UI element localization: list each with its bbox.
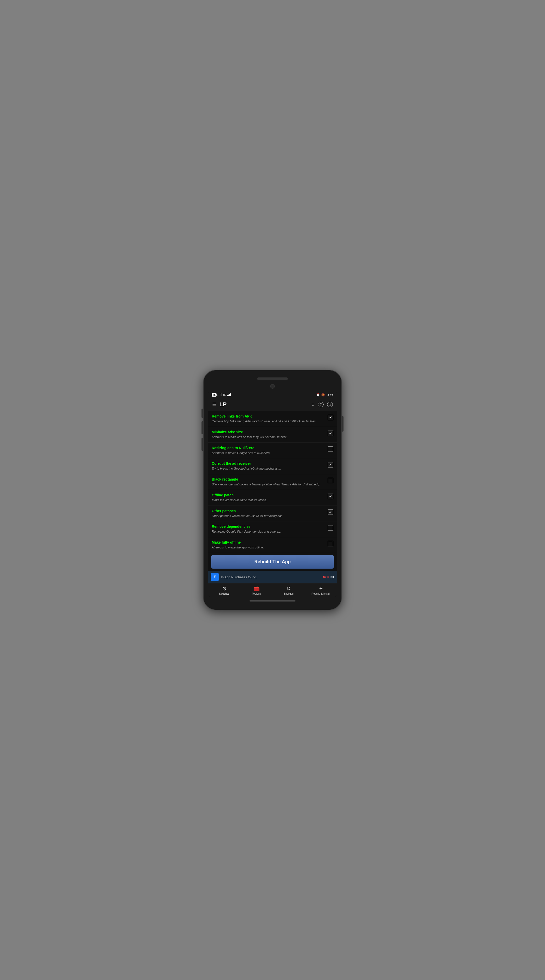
notif-text: In App Purchases found. <box>221 575 321 579</box>
option-text-remove-links: Remove links from APK Remove http links … <box>212 414 325 424</box>
camera <box>270 384 275 389</box>
option-text-remove-dependencies: Remove dependencies Removing Google Play… <box>212 525 325 534</box>
power-button[interactable] <box>342 416 344 431</box>
option-title-resize-null: Resizing ads to Null/Zero <box>212 446 325 450</box>
notification-bar: f In App Purchases found. New INT <box>208 571 337 583</box>
options-list: Remove links from APK Remove http links … <box>208 411 337 553</box>
alarm-icon: ⏰ <box>316 393 320 396</box>
option-desc-corrupt-receiver: Try to break the Google Ads' obtaining m… <box>212 466 325 471</box>
nav-label-backups: Backups <box>284 592 293 595</box>
bottom-nav: ⊙ Switches 🧰 Toolbox ↺ Backups ✦ Rebuild… <box>208 583 337 597</box>
home-indicator[interactable] <box>250 600 295 601</box>
option-title-make-offline: Make fully offline <box>212 540 325 544</box>
nav-label-switches: Switches <box>219 592 229 595</box>
option-row-corrupt-receiver[interactable]: Corrupt the ad receiver Try to break the… <box>208 458 337 474</box>
option-row-make-offline[interactable]: Make fully offline Attempts to make the … <box>208 537 337 553</box>
option-title-black-rectangle: Black rectangle <box>212 477 325 481</box>
nav-item-toolbox[interactable]: 🧰 Toolbox <box>240 585 272 595</box>
option-desc-other-patches: Other patches which can be useful for re… <box>212 514 325 518</box>
option-row-other-patches[interactable]: Other patches Other patches which can be… <box>208 506 337 522</box>
notification-off-icon: 🔕 <box>321 393 325 396</box>
signal-bars <box>218 393 222 396</box>
option-desc-black-rectangle: Black rectangle that covers a banner (vi… <box>212 482 325 487</box>
option-desc-remove-dependencies: Removing Google Play dependencies and ot… <box>212 530 325 534</box>
signal-bar-7 <box>229 394 230 396</box>
app-bar-icons: ⌕ ? ℹ <box>312 402 333 407</box>
rebuild-button[interactable]: Rebuild The App <box>211 555 334 569</box>
option-row-remove-links[interactable]: Remove links from APK Remove http links … <box>208 411 337 427</box>
option-row-offline-patch[interactable]: Offline patch Make the ad module think t… <box>208 490 337 506</box>
option-desc-make-offline: Attempts to make the app work offline. <box>212 546 325 550</box>
notif-badges: New INT <box>323 576 334 579</box>
app-title: LP <box>219 401 226 408</box>
option-desc-resize-null: Attempts to resize Google Ads to Null/Ze… <box>212 451 325 455</box>
phone-screen: 86 4G ⏰ 🔕 ۱۳:۴۳ <box>208 392 337 597</box>
phone-device: 86 4G ⏰ 🔕 ۱۳:۴۳ <box>204 370 341 610</box>
nav-item-switches[interactable]: ⊙ Switches <box>208 585 240 595</box>
app-bar: ☰ LP ⌕ ? ℹ <box>208 398 337 411</box>
option-text-minimize-ads: Minimize ads' Size Attempts to resize ad… <box>212 430 325 439</box>
nav-icon-rebuild-install: ✦ <box>319 585 323 592</box>
checkbox-remove-dependencies[interactable] <box>328 525 333 531</box>
nav-icon-switches: ⊙ <box>222 585 226 592</box>
signal-bar-4 <box>221 393 222 396</box>
badge-int: INT <box>330 576 334 579</box>
checkbox-remove-links[interactable] <box>328 415 333 420</box>
option-title-minimize-ads: Minimize ads' Size <box>212 430 325 434</box>
signal-bar-6 <box>228 395 229 396</box>
signal-bars-2 <box>227 393 231 396</box>
checkbox-make-offline[interactable] <box>328 541 333 546</box>
status-bar: 86 4G ⏰ 🔕 ۱۳:۴۳ <box>208 392 337 398</box>
signal-bar-5 <box>227 395 228 396</box>
option-row-resize-null[interactable]: Resizing ads to Null/Zero Attempts to re… <box>208 443 337 458</box>
network-type: 4G <box>222 393 226 396</box>
option-text-make-offline: Make fully offline Attempts to make the … <box>212 540 325 550</box>
option-title-remove-links: Remove links from APK <box>212 414 325 418</box>
option-desc-offline-patch: Make the ad module think that it's offli… <box>212 498 325 503</box>
signal-bar-1 <box>218 395 218 396</box>
option-text-other-patches: Other patches Other patches which can be… <box>212 509 325 518</box>
signal-bar-3 <box>220 394 220 396</box>
menu-icon[interactable]: ☰ <box>212 402 216 407</box>
signal-bar-2 <box>218 395 219 396</box>
option-row-black-rectangle[interactable]: Black rectangle Black rectangle that cov… <box>208 474 337 490</box>
app-bar-left: ☰ LP <box>212 401 226 408</box>
option-desc-remove-links: Remove http links using AdsBlockList_use… <box>212 419 325 424</box>
option-row-remove-dependencies[interactable]: Remove dependencies Removing Google Play… <box>208 522 337 537</box>
checkbox-minimize-ads[interactable] <box>328 431 333 436</box>
signal-bar-8 <box>230 393 231 396</box>
checkbox-offline-patch[interactable] <box>328 493 333 499</box>
speaker <box>257 377 288 380</box>
option-text-resize-null: Resizing ads to Null/Zero Attempts to re… <box>212 446 325 455</box>
notif-app-icon: f <box>211 573 219 581</box>
clock: ۱۳:۴۳ <box>327 393 333 396</box>
help-icon[interactable]: ? <box>318 402 323 407</box>
option-row-minimize-ads[interactable]: Minimize ads' Size Attempts to resize ad… <box>208 427 337 443</box>
option-text-offline-patch: Offline patch Make the ad module think t… <box>212 493 325 503</box>
nav-item-backups[interactable]: ↺ Backups <box>272 585 305 595</box>
search-icon[interactable]: ⌕ <box>312 402 314 407</box>
nav-label-toolbox: Toolbox <box>252 592 261 595</box>
option-title-remove-dependencies: Remove dependencies <box>212 525 325 528</box>
info-icon[interactable]: ℹ <box>327 402 333 407</box>
nav-icon-backups: ↺ <box>287 585 291 592</box>
checkbox-other-patches[interactable] <box>328 509 333 515</box>
checkbox-black-rectangle[interactable] <box>328 478 333 484</box>
camera-button[interactable] <box>201 438 203 451</box>
nav-icon-toolbox: 🧰 <box>253 585 260 592</box>
option-text-black-rectangle: Black rectangle Black rectangle that cov… <box>212 477 325 487</box>
status-right: ⏰ 🔕 ۱۳:۴۳ <box>316 393 333 396</box>
volume-down-button[interactable] <box>201 422 203 434</box>
content-area: Remove links from APK Remove http links … <box>208 411 337 597</box>
option-text-corrupt-receiver: Corrupt the ad receiver Try to break the… <box>212 461 325 471</box>
status-left: 86 4G <box>212 393 231 396</box>
option-title-offline-patch: Offline patch <box>212 493 325 497</box>
checkbox-resize-null[interactable] <box>328 446 333 452</box>
battery-icon: 86 <box>212 393 217 396</box>
option-title-corrupt-receiver: Corrupt the ad receiver <box>212 461 325 466</box>
checkbox-corrupt-receiver[interactable] <box>328 462 333 468</box>
nav-item-rebuild-install[interactable]: ✦ Rebuild & Install <box>305 585 337 595</box>
option-desc-minimize-ads: Attempts to resize ads so that they will… <box>212 435 325 439</box>
volume-up-button[interactable] <box>201 409 203 418</box>
nav-label-rebuild-install: Rebuild & Install <box>312 592 330 595</box>
